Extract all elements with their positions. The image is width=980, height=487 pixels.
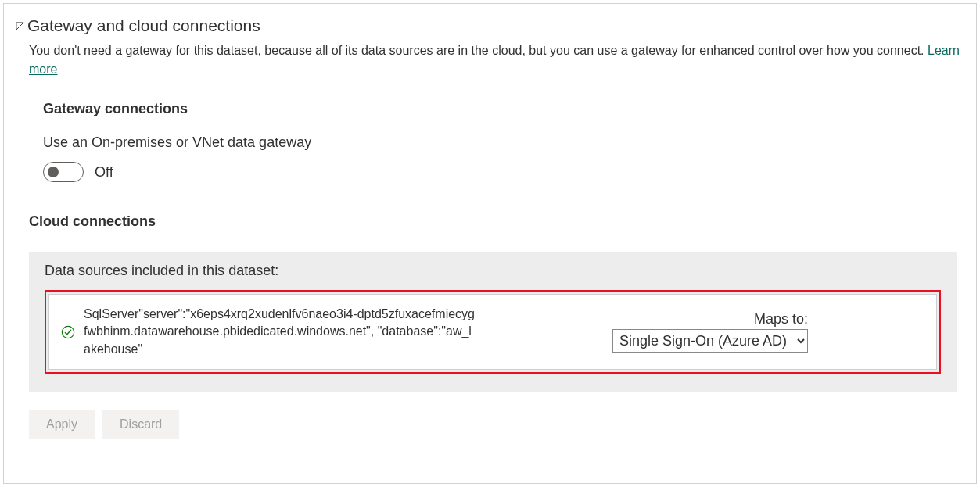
collapse-icon xyxy=(15,21,24,30)
svg-point-0 xyxy=(62,326,74,338)
datasource-header: Data sources included in this dataset: xyxy=(45,263,941,279)
maps-to-column: Maps to: Single Sign-On (Azure AD) xyxy=(612,311,925,353)
section-title: Gateway and cloud connections xyxy=(27,16,260,35)
description-text: You don't need a gateway for this datase… xyxy=(29,44,928,57)
gateway-toggle-label: Use an On-premises or VNet data gateway xyxy=(43,134,965,151)
gateway-toggle-row: Off xyxy=(43,162,965,182)
apply-button[interactable]: Apply xyxy=(29,410,95,439)
maps-to-select[interactable]: Single Sign-On (Azure AD) xyxy=(612,329,808,353)
gateway-connections-heading: Gateway connections xyxy=(43,101,965,117)
button-row: Apply Discard xyxy=(29,410,965,439)
cloud-connections-heading: Cloud connections xyxy=(29,213,965,230)
datasource-box: Data sources included in this dataset: S… xyxy=(29,252,957,392)
datasource-highlight: SqlServer"server":"x6eps4xrq2xudenlfv6na… xyxy=(45,290,941,374)
gateway-cloud-panel: Gateway and cloud connections You don't … xyxy=(3,3,977,484)
gateway-toggle[interactable] xyxy=(43,162,84,182)
datasource-row: SqlServer"server":"x6eps4xrq2xudenlfv6na… xyxy=(48,294,937,370)
toggle-thumb xyxy=(48,167,59,177)
section-description: You don't need a gateway for this datase… xyxy=(29,41,960,79)
discard-button[interactable]: Discard xyxy=(102,410,179,439)
section-header[interactable]: Gateway and cloud connections xyxy=(15,16,965,35)
status-ok-icon xyxy=(60,324,76,340)
datasource-text: SqlServer"server":"x6eps4xrq2xudenlfv6na… xyxy=(84,306,475,358)
gateway-toggle-state: Off xyxy=(95,164,113,181)
maps-to-label: Maps to: xyxy=(754,311,808,328)
